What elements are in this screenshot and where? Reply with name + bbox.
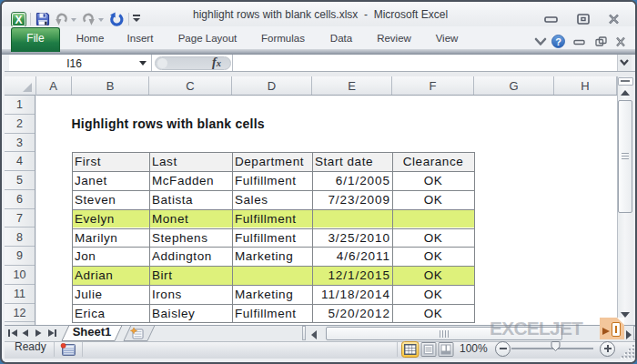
svg-text:?: ? bbox=[555, 36, 561, 47]
svg-text:X: X bbox=[15, 14, 22, 26]
